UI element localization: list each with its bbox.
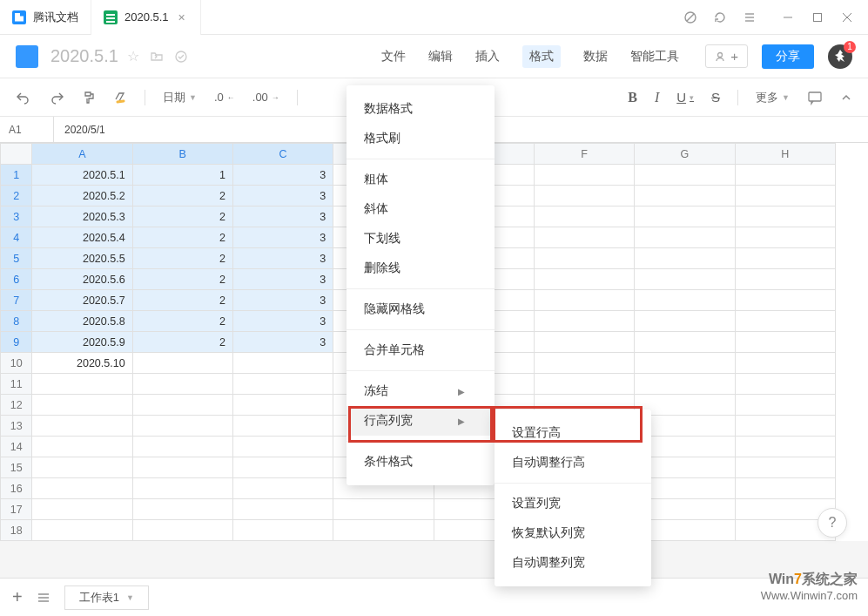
- share-button[interactable]: 分享: [762, 44, 814, 69]
- menu-icon[interactable]: [741, 9, 758, 26]
- comment-icon[interactable]: [807, 90, 823, 105]
- menu-underline[interactable]: 下划线: [347, 224, 495, 254]
- menu-file[interactable]: 文件: [381, 49, 406, 64]
- cell[interactable]: [735, 206, 835, 227]
- cell[interactable]: [32, 520, 132, 541]
- row-header[interactable]: 14: [1, 437, 32, 457]
- tab-document[interactable]: 2020.5.1 ×: [91, 0, 201, 35]
- col-header[interactable]: A: [32, 144, 132, 165]
- cell[interactable]: [534, 332, 634, 353]
- row-header[interactable]: 7: [1, 290, 32, 311]
- select-all-corner[interactable]: [1, 144, 32, 165]
- clear-format-icon[interactable]: [113, 91, 127, 105]
- cell[interactable]: [534, 227, 634, 248]
- close-tab-icon[interactable]: ×: [176, 11, 188, 24]
- row-header[interactable]: 15: [1, 457, 32, 478]
- row-header[interactable]: 17: [1, 499, 32, 520]
- menu-strike[interactable]: 删除线: [347, 254, 495, 283]
- cell[interactable]: 2020.5.3: [32, 206, 132, 227]
- cell[interactable]: [132, 353, 232, 374]
- cell[interactable]: [735, 353, 835, 374]
- cell[interactable]: [232, 478, 333, 499]
- cell[interactable]: 2: [132, 206, 232, 227]
- cell[interactable]: [635, 290, 735, 311]
- row-header[interactable]: 2: [1, 186, 32, 206]
- cell-value[interactable]: 2020/5/1: [54, 124, 116, 136]
- menu-conditional-format[interactable]: 条件格式: [347, 447, 495, 477]
- collapse-icon[interactable]: [840, 91, 852, 104]
- cell[interactable]: [735, 311, 835, 332]
- cell[interactable]: [132, 374, 232, 395]
- cell[interactable]: 2020.5.5: [32, 248, 132, 269]
- tab-tencent-docs[interactable]: 腾讯文档: [0, 0, 91, 35]
- cell[interactable]: [132, 520, 232, 541]
- cell[interactable]: [635, 269, 735, 290]
- cell[interactable]: [132, 416, 232, 437]
- col-header[interactable]: F: [534, 144, 634, 165]
- table-row[interactable]: 17: [1, 499, 836, 520]
- cell[interactable]: 3: [232, 269, 333, 290]
- cell[interactable]: [635, 206, 735, 227]
- check-circle-icon[interactable]: [174, 50, 188, 64]
- cell[interactable]: [735, 227, 835, 248]
- folder-icon[interactable]: [150, 50, 164, 64]
- help-button[interactable]: ?: [818, 508, 847, 538]
- cell[interactable]: 3: [232, 248, 333, 269]
- cell[interactable]: [635, 311, 735, 332]
- document-title[interactable]: 2020.5.1: [50, 46, 118, 66]
- cell[interactable]: [232, 374, 333, 395]
- cell[interactable]: [735, 374, 835, 395]
- row-header[interactable]: 16: [1, 478, 32, 499]
- cell[interactable]: [534, 165, 634, 186]
- cell[interactable]: 3: [232, 165, 333, 186]
- number-format-select[interactable]: 日期 ▼: [163, 90, 197, 105]
- avatar[interactable]: 1: [828, 44, 852, 69]
- bold-icon[interactable]: B: [628, 90, 637, 105]
- italic-icon[interactable]: I: [655, 90, 659, 105]
- cell[interactable]: [32, 478, 132, 499]
- add-sheet-icon[interactable]: +: [12, 587, 23, 607]
- col-header[interactable]: G: [635, 144, 735, 165]
- cell[interactable]: 3: [232, 290, 333, 311]
- menu-data[interactable]: 数据: [583, 49, 608, 64]
- cell[interactable]: [32, 499, 132, 520]
- cell[interactable]: 1: [132, 165, 232, 186]
- row-header[interactable]: 13: [1, 416, 32, 437]
- cell[interactable]: [132, 395, 232, 416]
- col-header[interactable]: C: [232, 144, 333, 165]
- cell[interactable]: [534, 374, 634, 395]
- block-icon[interactable]: [682, 9, 699, 26]
- row-header[interactable]: 8: [1, 311, 32, 332]
- redo-icon[interactable]: [49, 90, 64, 105]
- row-header[interactable]: 10: [1, 353, 32, 374]
- undo-icon[interactable]: [16, 90, 31, 105]
- refresh-icon[interactable]: [711, 9, 729, 26]
- cell[interactable]: [232, 353, 333, 374]
- cell[interactable]: [735, 332, 835, 353]
- cell[interactable]: [132, 437, 232, 457]
- maximize-icon[interactable]: [809, 9, 826, 26]
- cell[interactable]: [534, 269, 634, 290]
- cell[interactable]: [534, 353, 634, 374]
- strike-icon[interactable]: S: [711, 90, 720, 105]
- cell-reference[interactable]: A1: [0, 117, 54, 142]
- cell[interactable]: [735, 165, 835, 186]
- close-icon[interactable]: [838, 9, 856, 26]
- decrease-decimal-icon[interactable]: .0←: [214, 91, 235, 104]
- cell[interactable]: [534, 290, 634, 311]
- cell[interactable]: [735, 186, 835, 206]
- cell[interactable]: [132, 499, 232, 520]
- menu-format[interactable]: 格式: [522, 45, 561, 68]
- menu-italic[interactable]: 斜体: [347, 194, 495, 224]
- cell[interactable]: [534, 186, 634, 206]
- submenu-auto-col-width[interactable]: 自动调整列宽: [495, 548, 651, 578]
- cell[interactable]: 2020.5.2: [32, 186, 132, 206]
- cell[interactable]: [232, 416, 333, 437]
- menu-hide-gridlines[interactable]: 隐藏网格线: [347, 294, 495, 324]
- cell[interactable]: 2020.5.1: [32, 165, 132, 186]
- cell[interactable]: [635, 353, 735, 374]
- cell[interactable]: 2020.5.8: [32, 311, 132, 332]
- submenu-set-row-height[interactable]: 设置行高: [495, 418, 651, 448]
- cell[interactable]: [32, 457, 132, 478]
- row-header[interactable]: 11: [1, 374, 32, 395]
